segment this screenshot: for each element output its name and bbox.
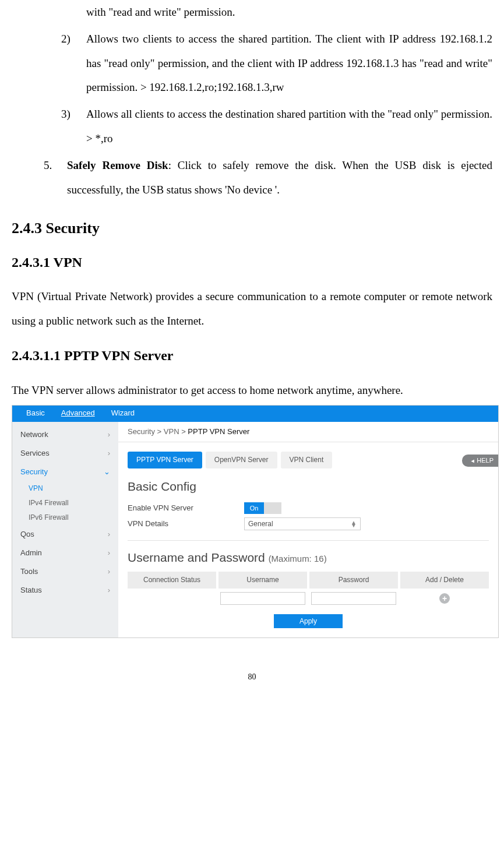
col-connection-status: Connection Status <box>128 572 216 589</box>
col-add-delete: Add / Delete <box>400 572 489 589</box>
crumb-security: Security <box>128 427 155 436</box>
screenshot-container: Basic Advanced Wizard Network › Services… <box>12 405 492 638</box>
numbered-item-3: 3) Allows all clients to access the dest… <box>12 102 492 151</box>
chevron-down-icon: ⌄ <box>104 467 110 477</box>
router-ui-screenshot: Basic Advanced Wizard Network › Services… <box>12 405 499 638</box>
vpn-paragraph: VPN (Virtual Private Network) provides a… <box>12 284 492 333</box>
section-user-password: Username and Password (Maximum: 16) <box>118 547 498 572</box>
fragment-line: with "read and write" permission. <box>12 0 492 24</box>
numbered-item-5: 5. Safely Remove Disk: Click to safely r… <box>12 153 492 202</box>
sidebar-label: Status <box>20 585 42 596</box>
tab-basic[interactable]: Basic <box>18 408 53 418</box>
row-vpn-details: VPN Details General ▲▼ <box>118 516 498 532</box>
numbered-item-2: 2) Allows two clients to access the shar… <box>12 27 492 100</box>
toggle-enable-vpn[interactable]: On <box>244 502 281 514</box>
chevron-right-icon: › <box>108 585 110 596</box>
sidebar-sub-ipv6-firewall[interactable]: IPv6 Firewall <box>12 510 118 525</box>
col-username: Username <box>218 572 307 589</box>
section-title-text: Username and Password <box>128 551 265 564</box>
divider <box>128 540 489 541</box>
item-bold: Safely Remove Disk <box>67 159 168 171</box>
subtabs: PPTP VPN Server OpenVPN Server VPN Clien… <box>118 448 498 474</box>
divider <box>118 442 498 442</box>
top-nav: Basic Advanced Wizard <box>12 406 498 422</box>
chevron-right-icon: › <box>108 566 110 577</box>
apply-row: Apply <box>118 608 498 636</box>
sidebar-label: Admin <box>20 548 42 558</box>
sidebar-label: Network <box>20 429 48 440</box>
label-vpn-details: VPN Details <box>128 519 244 529</box>
marker: 2) <box>61 27 86 100</box>
select-vpn-details[interactable]: General ▲▼ <box>244 517 361 530</box>
marker: 3) <box>61 102 86 151</box>
heading-2-4-3-1-1: 2.4.3.1.1 PPTP VPN Server <box>12 347 492 364</box>
chevron-right-icon: › <box>108 448 110 459</box>
sidebar: Network › Services › Security ⌄ VPN IPv4… <box>12 422 118 637</box>
heading-2-4-3-1: 2.4.3.1 VPN <box>12 254 492 271</box>
apply-button[interactable]: Apply <box>274 614 343 628</box>
subtab-openvpn-server[interactable]: OpenVPN Server <box>206 452 277 468</box>
table-row: + <box>118 589 498 608</box>
lower-panel: Network › Services › Security ⌄ VPN IPv4… <box>12 422 498 637</box>
add-row-button[interactable]: + <box>439 593 450 604</box>
item-text: Safely Remove Disk: Click to safely remo… <box>67 153 492 202</box>
sidebar-label: Tools <box>20 566 38 577</box>
sidebar-sub-ipv4-firewall[interactable]: IPv4 Firewall <box>12 496 118 510</box>
crumb-vpn: VPN <box>164 427 179 436</box>
item-text: Allows two clients to access the shared … <box>86 27 492 100</box>
row-enable-vpn: Enable VPN Server On <box>118 501 498 516</box>
chevron-right-icon: › <box>108 429 110 440</box>
username-input[interactable] <box>220 592 305 605</box>
sidebar-sub-vpn[interactable]: VPN <box>12 481 118 496</box>
main-pane: Security > VPN > PPTP VPN Server HELP PP… <box>118 422 498 637</box>
page-number: 80 <box>12 673 492 681</box>
col-password: Password <box>309 572 398 589</box>
sidebar-item-admin[interactable]: Admin › <box>12 544 118 562</box>
sidebar-label: Services <box>20 448 50 459</box>
sidebar-item-tools[interactable]: Tools › <box>12 562 118 581</box>
sidebar-item-network[interactable]: Network › <box>12 425 118 444</box>
sidebar-label: Qos <box>20 529 34 540</box>
crumb-pptp: PPTP VPN Server <box>188 427 249 436</box>
password-input[interactable] <box>311 592 396 605</box>
select-arrows-icon: ▲▼ <box>351 521 357 527</box>
marker: 5. <box>44 153 67 202</box>
chevron-right-icon: › <box>108 548 110 558</box>
label-enable-vpn: Enable VPN Server <box>128 503 244 513</box>
heading-2-4-3: 2.4.3 Security <box>12 219 492 237</box>
tab-wizard[interactable]: Wizard <box>103 408 143 418</box>
sidebar-label: Security <box>20 467 48 477</box>
subtab-vpn-client[interactable]: VPN Client <box>281 452 333 468</box>
subtab-pptp-server[interactable]: PPTP VPN Server <box>128 452 202 468</box>
item-text: Allows all clients to access the destina… <box>86 102 492 151</box>
sidebar-item-status[interactable]: Status › <box>12 581 118 600</box>
select-value: General <box>248 519 273 529</box>
tab-advanced[interactable]: Advanced <box>53 408 103 418</box>
help-button[interactable]: HELP <box>462 455 498 467</box>
chevron-right-icon: › <box>108 529 110 540</box>
table-header: Connection Status Username Password Add … <box>118 572 498 589</box>
section-title-sub: (Maximum: 16) <box>269 554 327 563</box>
document-body: with "read and write" permission. 2) All… <box>12 0 492 681</box>
toggle-on-label: On <box>244 502 264 514</box>
sidebar-item-qos[interactable]: Qos › <box>12 525 118 544</box>
pptp-paragraph: The VPN server allows administrator to g… <box>12 378 492 403</box>
sidebar-item-security[interactable]: Security ⌄ <box>12 463 118 481</box>
breadcrumb: Security > VPN > PPTP VPN Server <box>118 422 498 442</box>
sidebar-item-services[interactable]: Services › <box>12 444 118 463</box>
section-basic-config: Basic Config <box>118 474 498 501</box>
